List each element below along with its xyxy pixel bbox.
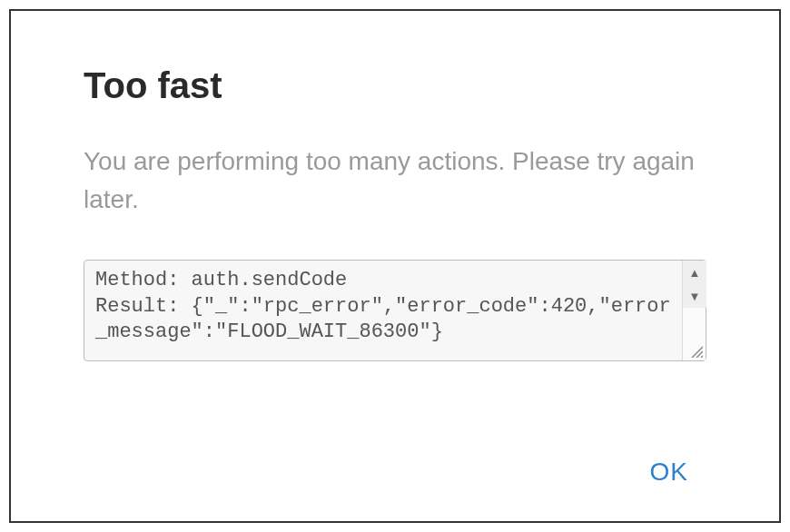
resize-handle-icon[interactable] bbox=[686, 341, 703, 358]
scroll-up-arrow-icon[interactable]: ▲ bbox=[683, 261, 706, 284]
error-detail-box: Method: auth.sendCode Result: {"_":"rpc_… bbox=[84, 260, 706, 361]
dialog-title: Too fast bbox=[84, 65, 706, 106]
dialog-footer: OK bbox=[84, 423, 706, 494]
ok-button[interactable]: OK bbox=[632, 450, 706, 494]
error-dialog: Too fast You are performing too many act… bbox=[9, 9, 781, 523]
dialog-message: You are performing too many actions. Ple… bbox=[84, 143, 706, 219]
error-detail-text[interactable]: Method: auth.sendCode Result: {"_":"rpc_… bbox=[84, 261, 682, 360]
scroll-down-arrow-icon[interactable]: ▼ bbox=[683, 284, 706, 308]
svg-line-2 bbox=[701, 356, 703, 358]
